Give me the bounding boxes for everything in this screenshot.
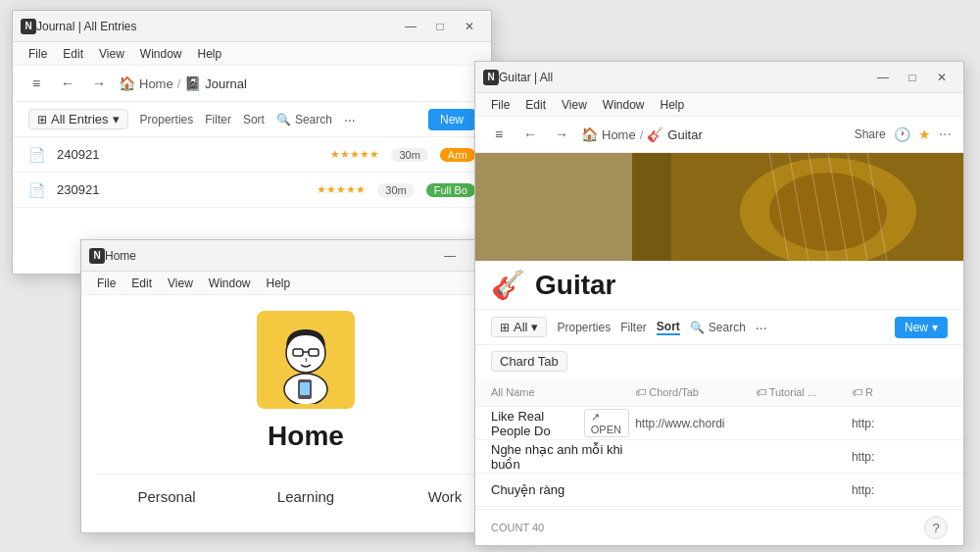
guitar-maximize-btn[interactable]: □ <box>899 68 926 87</box>
journal-minimize-btn[interactable]: — <box>397 17 424 36</box>
home-menu-window[interactable]: Window <box>201 274 259 292</box>
guitar-menu-help[interactable]: Help <box>653 95 693 114</box>
home-window: N Home — □ ✕ File Edit View Window Help <box>80 239 531 533</box>
journal-search-btn[interactable]: 🔍 Search <box>276 113 332 126</box>
guitar-minimize-btn[interactable]: — <box>869 68 897 87</box>
guitar-titlebar: N Guitar | All — □ ✕ <box>475 62 963 93</box>
guitar-menubar: File Edit View Window Help <box>475 93 963 117</box>
guitar-all-btn[interactable]: ⊞ All ▾ <box>491 317 547 337</box>
guitar-table-header: All Name 🏷 Chord/Tab 🏷 Tutorial ... 🏷 R <box>475 377 963 407</box>
journal-new-btn[interactable]: New <box>428 109 475 130</box>
row-tag-0: Arm <box>440 148 475 162</box>
guitar-forward-btn[interactable]: → <box>550 123 573 146</box>
guitar-search-icon: 🔍 <box>690 321 705 334</box>
journal-filter-toolbar: ⊞ All Entries ▾ Properties Filter Sort 🔍… <box>13 102 491 137</box>
row-time-0: 30m <box>391 148 427 162</box>
journal-properties-btn[interactable]: Properties <box>140 113 194 126</box>
guitar-row-name-0: Like Real People Do ↗ OPEN <box>491 409 635 438</box>
guitar-search-btn[interactable]: 🔍 Search <box>690 321 746 334</box>
guitar-hamburger-btn[interactable]: ≡ <box>487 123 511 146</box>
guitar-breadcrumb: 🏠 Home / 🎸 Guitar <box>581 126 703 142</box>
home-tabs: Personal Learning Work <box>97 474 514 517</box>
home-titlebar: N Home — □ ✕ <box>81 240 530 272</box>
journal-filter-btn[interactable]: Filter <box>205 113 231 126</box>
home-tab-personal[interactable]: Personal <box>97 475 236 517</box>
chard-tab-row: Chard Tab <box>475 345 963 377</box>
journal-menu-help[interactable]: Help <box>190 44 230 63</box>
guitar-menu-edit[interactable]: Edit <box>517 95 554 114</box>
row-time-1: 30m <box>377 183 414 197</box>
home-menu-edit[interactable]: Edit <box>123 274 160 292</box>
guitar-history-btn[interactable]: 🕐 <box>894 126 910 142</box>
table-row[interactable]: Meet me by the water http: <box>475 507 963 509</box>
journal-back-btn[interactable]: ← <box>56 72 79 95</box>
guitar-more-dots-btn[interactable]: ··· <box>756 320 767 335</box>
guitar-search-label: Search <box>709 321 746 334</box>
home-menu-help[interactable]: Help <box>259 274 299 292</box>
guitar-window-controls: — □ ✕ <box>869 68 956 87</box>
guitar-favorite-btn[interactable]: ★ <box>918 126 931 142</box>
guitar-sep1: / <box>640 127 644 142</box>
journal-menu-window[interactable]: Window <box>132 44 190 63</box>
row-tag-1: Full Bo <box>426 183 475 197</box>
table-row[interactable]: Chuyện ràng http: <box>475 474 963 507</box>
guitar-help-btn[interactable]: ? <box>924 516 948 539</box>
journal-sep1: / <box>177 76 181 91</box>
guitar-app-icon: N <box>483 70 499 85</box>
row-name-0: 240921 <box>57 147 125 162</box>
guitar-row-0-name-text: Like Real People Do <box>491 409 578 438</box>
home-menu-file[interactable]: File <box>89 274 123 292</box>
guitar-menu-view[interactable]: View <box>554 95 595 114</box>
col-header-chord: 🏷 Chord/Tab <box>635 386 756 398</box>
guitar-share-btn[interactable]: Share <box>855 127 886 141</box>
guitar-more-btn[interactable]: ··· <box>939 125 952 143</box>
journal-close-btn[interactable]: ✕ <box>456 17 483 36</box>
guitar-row-link-0: http: <box>852 417 948 430</box>
home-tab-learning[interactable]: Learning <box>236 475 375 517</box>
journal-forward-btn[interactable]: → <box>87 72 111 95</box>
guitar-row-link-1: http: <box>852 450 948 464</box>
guitar-filter-btn[interactable]: Filter <box>620 321 647 334</box>
journal-maximize-btn[interactable]: □ <box>426 17 454 36</box>
guitar-window: N Guitar | All — □ ✕ File Edit View Wind… <box>474 61 964 546</box>
guitar-count-text: COUNT 40 <box>491 522 544 533</box>
home-content: Home Personal Learning Work <box>81 295 530 532</box>
row-stars-0: ★★★★★ <box>330 148 379 161</box>
journal-page-label: Journal <box>205 76 247 91</box>
journal-menu-view[interactable]: View <box>91 44 132 63</box>
guitar-count-value: 40 <box>532 522 544 533</box>
table-row[interactable]: Nghe nhạc anh mỗi khi buồn http: <box>475 440 963 474</box>
guitar-hero-image <box>475 153 963 261</box>
guitar-nav-toolbar: ≡ ← → 🏠 Home / 🎸 Guitar Share 🕐 ★ ··· <box>475 117 963 153</box>
guitar-row-0-open-btn[interactable]: ↗ OPEN <box>584 409 629 437</box>
journal-titlebar: N Journal | All Entries — □ ✕ <box>13 11 491 42</box>
guitar-properties-btn[interactable]: Properties <box>557 321 611 334</box>
journal-menu-edit[interactable]: Edit <box>55 44 91 63</box>
guitar-page-icon: 🎸 <box>647 126 663 142</box>
table-row[interactable]: 📄 230921 ★★★★★ 30m Full Bo <box>13 173 491 208</box>
guitar-menu-file[interactable]: File <box>483 95 517 114</box>
guitar-menu-window[interactable]: Window <box>595 95 653 114</box>
table-row[interactable]: Like Real People Do ↗ OPEN http://www.ch… <box>475 407 963 440</box>
home-minimize-btn[interactable]: — <box>436 246 464 266</box>
table-row[interactable]: 📄 240921 ★★★★★ 30m Arm <box>13 137 491 173</box>
all-entries-dropdown-icon: ▾ <box>113 112 120 126</box>
journal-search-label: Search <box>295 113 332 126</box>
guitar-new-dropdown-icon: ▾ <box>932 321 938 334</box>
journal-more-btn[interactable]: ··· <box>344 112 356 127</box>
journal-sort-btn[interactable]: Sort <box>243 113 265 126</box>
svg-point-9 <box>769 173 887 251</box>
row-icon-1: 📄 <box>28 182 45 198</box>
row-stars-1: ★★★★★ <box>317 183 366 196</box>
home-menu-view[interactable]: View <box>160 274 201 292</box>
chard-tab-label[interactable]: Chard Tab <box>491 351 567 372</box>
guitar-back-btn[interactable]: ← <box>518 123 542 146</box>
guitar-sort-btn[interactable]: Sort <box>657 320 680 335</box>
all-entries-btn[interactable]: ⊞ All Entries ▾ <box>28 109 128 129</box>
journal-nav-toolbar: ≡ ← → 🏠 Home / 📓 Journal <box>13 66 491 102</box>
journal-menu-file[interactable]: File <box>21 44 55 63</box>
row-name-1: 230921 <box>57 182 125 197</box>
journal-hamburger-btn[interactable]: ≡ <box>24 72 48 95</box>
guitar-new-btn[interactable]: New ▾ <box>895 317 948 338</box>
guitar-close-btn[interactable]: ✕ <box>928 68 956 87</box>
